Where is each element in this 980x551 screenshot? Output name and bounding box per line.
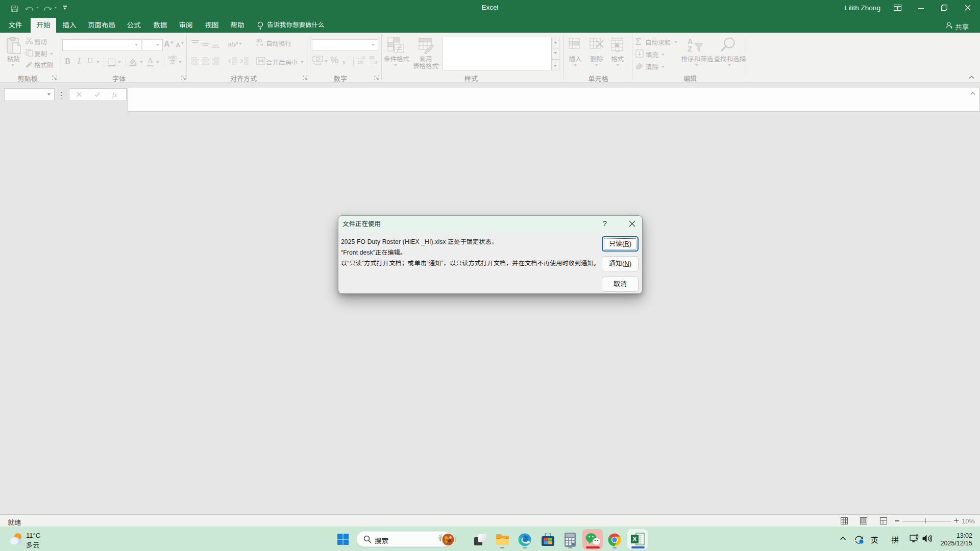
svg-text:Z: Z bbox=[688, 45, 692, 53]
svg-text:c: c bbox=[256, 42, 259, 46]
svg-text:fx: fx bbox=[112, 91, 117, 98]
svg-text:X: X bbox=[632, 535, 637, 543]
svg-text:A: A bbox=[688, 37, 693, 45]
svg-text:ab: ab bbox=[228, 40, 235, 48]
